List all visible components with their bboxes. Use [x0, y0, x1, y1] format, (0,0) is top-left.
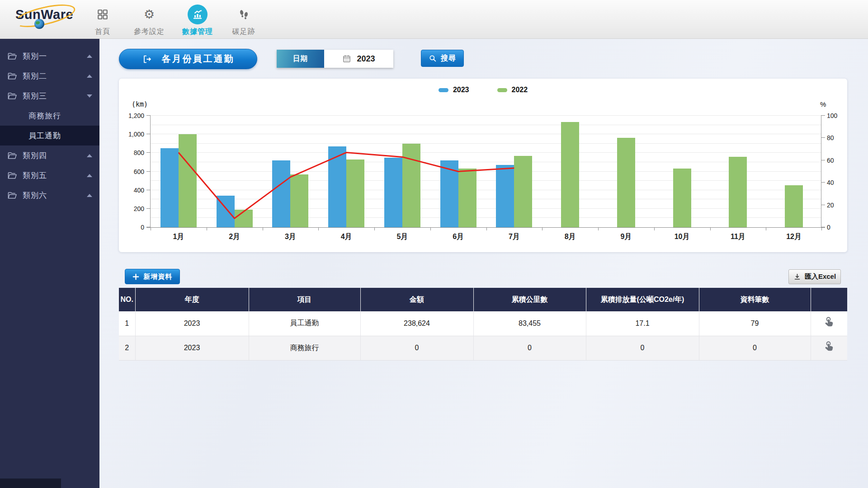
sidebar-subitem-business-travel[interactable]: 商務旅行: [0, 106, 99, 126]
right-axis-tick-label: 100: [827, 112, 849, 119]
folder-icon: [8, 52, 17, 60]
x-axis-label: 5月: [374, 232, 430, 242]
add-data-button[interactable]: 新增資料: [125, 269, 180, 284]
x-axis-label: 7月: [486, 232, 542, 242]
row-action-button[interactable]: [811, 311, 847, 336]
download-icon: [793, 273, 801, 281]
sidebar-item-label: 類別四: [23, 150, 47, 161]
legend-label-2023: 2023: [453, 86, 469, 94]
sidebar-footer: [0, 479, 61, 488]
left-tick-mark: [146, 190, 151, 190]
sidebar-item-category1[interactable]: 類別一: [0, 46, 99, 66]
chart-card: 2023 2022 (km) % 02004006008001,0001,200…: [119, 79, 847, 252]
nav-item-data-management[interactable]: 數據管理: [182, 4, 213, 37]
report-title: 各月份員工通勤: [162, 53, 235, 65]
sidebar-item-label: 類別一: [23, 51, 47, 61]
sidebar-item-category2[interactable]: 類別二: [0, 66, 99, 86]
cell-emission: 17.1: [586, 311, 699, 336]
x-axis-tick: [263, 227, 263, 230]
sidebar-item-category6[interactable]: 類別六: [0, 185, 99, 205]
report-title-button[interactable]: 各月份員工通勤: [119, 49, 257, 69]
right-axis-tick-label: 60: [827, 157, 849, 164]
nav-item-settings[interactable]: ⚙ 參考設定: [134, 4, 165, 37]
nav-item-carbon-footprint[interactable]: 碳足跡: [232, 4, 255, 37]
globe-icon: [34, 19, 44, 29]
cell-km: 0: [473, 336, 586, 360]
chart-plot-area: 02004006008001,0001,2000204060801001月2月3…: [150, 116, 821, 227]
left-tick-mark: [146, 171, 151, 172]
col-header-no: NO.: [119, 288, 135, 311]
left-axis-title: (km): [132, 100, 148, 108]
left-axis-tick-label: 200: [112, 205, 144, 212]
x-axis-tick: [430, 227, 431, 230]
table-row: 2 2023 商務旅行 0 0 0 0: [119, 336, 847, 360]
nav-label-carbon-footprint: 碳足跡: [232, 27, 255, 37]
cell-year: 2023: [135, 336, 249, 360]
brand-logo[interactable]: SunWare: [15, 7, 88, 33]
cell-item: 員工通勤: [249, 311, 360, 336]
sidebar: 類別一 類別二 類別三 商務旅行 員工通勤 類別四 類別五 類別六: [0, 39, 99, 488]
col-header-count: 資料筆數: [699, 288, 811, 311]
col-header-year: 年度: [135, 288, 249, 311]
x-axis-tick: [374, 227, 375, 230]
grid-icon: [97, 4, 108, 25]
x-axis-label: 1月: [151, 232, 207, 242]
chevron-up-icon: [87, 55, 92, 58]
sidebar-subitem-label: 商務旅行: [28, 111, 61, 121]
col-header-emission: 累積排放量(公噸CO2e/年): [586, 288, 699, 311]
cell-amount: 238,624: [360, 311, 473, 336]
x-axis-label: 2月: [207, 232, 263, 242]
cell-year: 2023: [135, 311, 249, 336]
folder-icon: [8, 92, 17, 100]
chevron-up-icon: [87, 194, 92, 197]
legend-item-2022[interactable]: 2022: [497, 86, 528, 94]
sidebar-item-category3[interactable]: 類別三: [0, 86, 99, 106]
sidebar-item-label: 類別二: [23, 71, 47, 81]
cell-no: 2: [119, 336, 135, 360]
import-excel-label: 匯入Excel: [805, 272, 836, 281]
chart-circle-icon: [188, 4, 208, 25]
x-axis-tick: [598, 227, 599, 230]
x-axis-tick: [486, 227, 487, 230]
sidebar-subitem-employee-commute[interactable]: 員工通勤: [0, 126, 99, 145]
cell-emission: 0: [586, 336, 699, 360]
x-axis-label: 10月: [654, 232, 710, 242]
calendar-icon: [342, 54, 351, 63]
chevron-up-icon: [87, 174, 92, 177]
data-table: NO. 年度 項目 金額 累積公里數 累積排放量(公噸CO2e/年) 資料筆數 …: [119, 288, 847, 361]
year-picker[interactable]: 2023: [324, 50, 393, 68]
legend-label-2022: 2022: [512, 86, 528, 94]
sidebar-item-label: 類別六: [23, 190, 47, 201]
date-filter-control: 日期 2023: [277, 50, 393, 68]
legend-swatch-2023: [439, 88, 448, 92]
folder-icon: [8, 172, 17, 179]
cell-count: 0: [699, 336, 811, 360]
x-axis-label: 9月: [598, 232, 654, 242]
right-axis-tick-label: 0: [827, 224, 849, 231]
cell-no: 1: [119, 311, 135, 336]
left-axis-tick-label: 1,000: [112, 131, 144, 138]
chevron-up-icon: [87, 154, 92, 157]
search-icon: [429, 54, 437, 62]
nav-label-data-management: 數據管理: [182, 27, 213, 37]
col-header-actions: [811, 288, 847, 311]
left-tick-mark: [146, 115, 151, 116]
row-action-button[interactable]: [811, 336, 847, 360]
sidebar-item-category4[interactable]: 類別四: [0, 145, 99, 165]
legend-item-2023[interactable]: 2023: [439, 86, 469, 94]
year-value: 2023: [357, 54, 375, 64]
col-header-amount: 金額: [360, 288, 473, 311]
import-excel-button[interactable]: 匯入Excel: [788, 269, 841, 284]
table-header-row: NO. 年度 項目 金額 累積公里數 累積排放量(公噸CO2e/年) 資料筆數: [119, 288, 847, 311]
right-axis-tick-label: 20: [827, 202, 849, 209]
x-axis-label: 4月: [318, 232, 374, 242]
sidebar-item-category5[interactable]: 類別五: [0, 165, 99, 185]
export-icon: [142, 54, 152, 64]
search-button[interactable]: 搜尋: [421, 50, 464, 67]
chevron-down-icon: [87, 94, 92, 98]
chevron-up-icon: [87, 75, 92, 78]
x-axis-tick: [318, 227, 319, 230]
nav-item-home[interactable]: 首頁: [95, 4, 110, 37]
x-axis-label: 3月: [263, 232, 319, 242]
date-tab[interactable]: 日期: [277, 50, 324, 68]
